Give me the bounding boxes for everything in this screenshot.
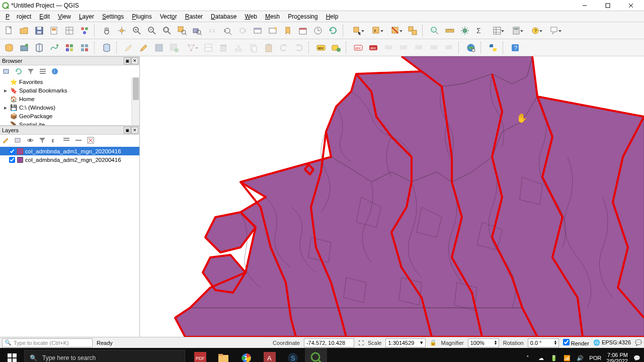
- zoom-in-icon[interactable]: [130, 24, 144, 38]
- taskbar-app-qgis[interactable]: [305, 348, 327, 362]
- tree-bookmarks[interactable]: ▸🔖Spatial Bookmarks: [0, 86, 139, 95]
- layers-visibility-icon[interactable]: [26, 136, 35, 145]
- add-layer-icon[interactable]: [2, 67, 11, 76]
- zoom-layer-icon[interactable]: [190, 24, 204, 38]
- panel-float-icon[interactable]: ▣: [124, 57, 131, 64]
- label-diagram-icon[interactable]: [329, 41, 343, 55]
- measure-icon[interactable]: [443, 24, 457, 38]
- style-manager-icon[interactable]: [77, 24, 92, 38]
- tray-language[interactable]: POR: [589, 355, 601, 361]
- new-project-icon[interactable]: [2, 24, 16, 38]
- new-map-view-icon[interactable]: [251, 24, 265, 38]
- taskbar-app-explorer[interactable]: [212, 348, 234, 362]
- save-edits-icon[interactable]: [152, 41, 166, 55]
- copy-icon[interactable]: [247, 41, 261, 55]
- taskbar-app-access[interactable]: A: [259, 348, 281, 362]
- tree-favorites[interactable]: ⭐Favorites: [0, 77, 139, 86]
- taskbar-app-pdf[interactable]: PDF: [189, 348, 211, 362]
- layers-remove-icon[interactable]: [87, 136, 96, 145]
- filter-browser-icon[interactable]: [26, 67, 35, 76]
- menu-plugins[interactable]: Plugins: [128, 12, 155, 21]
- layer-visibility-checkbox[interactable]: [9, 148, 15, 154]
- open-data-source-icon[interactable]: [2, 41, 16, 55]
- select-all-icon[interactable]: [406, 24, 420, 38]
- zoom-selection-icon[interactable]: [175, 24, 189, 38]
- tray-battery-icon[interactable]: 🔋: [550, 354, 558, 362]
- browser-panel-header[interactable]: Browser ▣✕: [0, 56, 139, 65]
- label-abc-icon[interactable]: abc: [314, 41, 328, 55]
- crs-button[interactable]: 🌐 EPSG:4326: [593, 339, 631, 346]
- help-icon[interactable]: ?: [508, 41, 522, 55]
- extents-icon[interactable]: ⛶: [358, 340, 364, 346]
- bookmark-icon[interactable]: [281, 24, 295, 38]
- attributes-table-icon[interactable]: [488, 24, 506, 38]
- edits-icon[interactable]: [122, 41, 136, 55]
- panel-float-icon[interactable]: ▣: [124, 127, 131, 134]
- paste-icon[interactable]: [262, 41, 276, 55]
- menu-layer[interactable]: Layer: [75, 12, 98, 21]
- modify-attrs-icon[interactable]: [201, 41, 215, 55]
- taskbar-search[interactable]: 🔍 Type here to search: [24, 350, 185, 362]
- zoom-native-icon[interactable]: 1:1: [205, 24, 219, 38]
- tray-onedrive-icon[interactable]: ☁: [537, 354, 545, 362]
- browser-tree[interactable]: ⭐Favorites ▸🔖Spatial Bookmarks 🏠Home ▸💾C…: [0, 77, 139, 126]
- taskbar-app-s[interactable]: S: [282, 348, 304, 362]
- layers-filter-icon[interactable]: [38, 136, 47, 145]
- tree-spatialite[interactable]: 🪶SpatiaLite: [0, 120, 139, 126]
- panel-close-icon[interactable]: ✕: [131, 57, 138, 64]
- select-features-icon[interactable]: [348, 24, 366, 38]
- tray-chevron-icon[interactable]: ˄: [524, 354, 532, 362]
- zoom-last-icon[interactable]: [220, 24, 234, 38]
- menu-mesh[interactable]: Mesh: [262, 12, 283, 21]
- map-canvas[interactable]: ✋: [140, 56, 644, 337]
- processing-gear-icon[interactable]: [458, 24, 472, 38]
- tray-wifi-icon[interactable]: 📶: [563, 354, 571, 362]
- minimize-button[interactable]: [578, 1, 592, 11]
- select-value-icon[interactable]: ε: [367, 24, 385, 38]
- delete-selected-icon[interactable]: [216, 41, 230, 55]
- toggle-editing-icon[interactable]: [137, 41, 151, 55]
- menu-project[interactable]: Project: [2, 12, 35, 21]
- start-button[interactable]: [0, 348, 24, 362]
- python-console-icon[interactable]: [486, 41, 500, 55]
- menu-web[interactable]: Web: [241, 12, 260, 21]
- open-project-icon[interactable]: [17, 24, 31, 38]
- scale-field[interactable]: 1:3014529▾: [385, 338, 426, 347]
- menu-raster[interactable]: Raster: [182, 12, 206, 21]
- layers-style-icon[interactable]: [2, 136, 11, 145]
- menu-database[interactable]: Database: [207, 12, 240, 21]
- layer-visibility-checkbox[interactable]: [9, 157, 15, 163]
- new-bookmark-icon[interactable]: [266, 24, 280, 38]
- statistics-icon[interactable]: Σ: [473, 24, 487, 38]
- tray-notifications-icon[interactable]: 💬: [633, 354, 641, 362]
- new-layout-icon[interactable]: [47, 24, 61, 38]
- coordinate-field[interactable]: -74.572, 10.428: [304, 338, 354, 347]
- rotation-field[interactable]: 0.0 °▴▾: [528, 338, 559, 347]
- tray-volume-icon[interactable]: 🔊: [576, 354, 584, 362]
- save-project-icon[interactable]: [32, 24, 46, 38]
- new-vector-layer-icon[interactable]: [100, 41, 114, 55]
- field-calc-icon[interactable]: [507, 24, 525, 38]
- refresh-icon[interactable]: [326, 24, 340, 38]
- pan-icon[interactable]: [100, 24, 114, 38]
- annotation-icon[interactable]: [545, 24, 564, 38]
- menu-settings[interactable]: Settings: [99, 12, 127, 21]
- menu-edit[interactable]: Edit: [36, 12, 53, 21]
- layers-expression-icon[interactable]: ε: [50, 136, 59, 145]
- tree-home[interactable]: 🏠Home: [0, 95, 139, 103]
- new-spatialite-icon[interactable]: [47, 41, 61, 55]
- label-highlight-icon[interactable]: abc: [351, 41, 365, 55]
- menu-help[interactable]: Help: [323, 12, 342, 21]
- label-props-icon[interactable]: [427, 41, 441, 55]
- new-mssql-icon[interactable]: [77, 41, 92, 55]
- layers-expand-icon[interactable]: [62, 136, 71, 145]
- locator-input[interactable]: 🔍 Type to locate (Ctrl+K): [2, 338, 93, 347]
- label-show-icon[interactable]: [412, 41, 426, 55]
- new-shapefile-icon[interactable]: [32, 41, 46, 55]
- new-geopackage-icon[interactable]: [17, 41, 31, 55]
- new-virtual-layer-icon[interactable]: [62, 41, 76, 55]
- vertex-tool-icon[interactable]: [182, 41, 200, 55]
- layers-list[interactable]: col_admbnda_adm1_mgn_20200416 col_admbnd…: [0, 147, 139, 337]
- refresh-browser-icon[interactable]: [14, 67, 23, 76]
- redo-icon[interactable]: [292, 41, 306, 55]
